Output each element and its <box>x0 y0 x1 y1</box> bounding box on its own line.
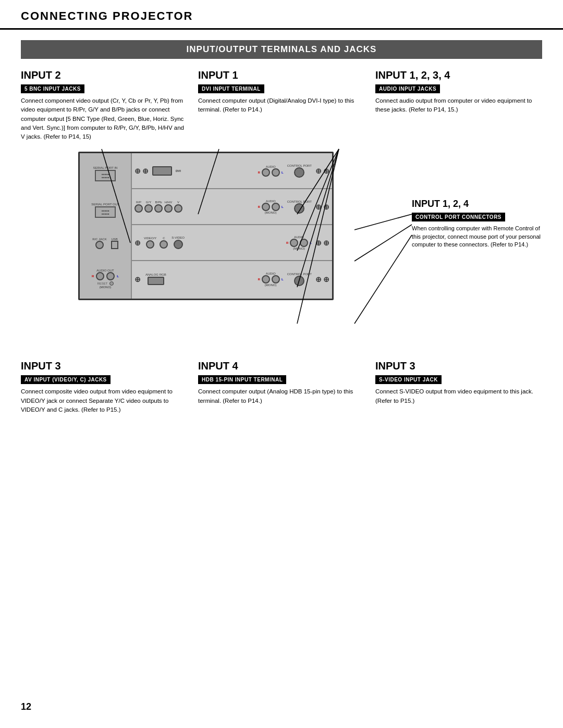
mono-label-left: (MONO) <box>100 286 112 289</box>
top-columns: INPUT 2 5 BNC INPUT JACKS Connect compon… <box>21 69 542 141</box>
input1234-heading: INPUT 1, 2, 3, 4 <box>375 69 542 81</box>
input3-bottom-right-tag: S-VIDEO INPUT JACK <box>375 375 442 384</box>
bottom-columns: INPUT 3 AV INPUT (VIDEO/Y, C) JACKS Conn… <box>21 360 542 414</box>
input1-ctrl-port <box>294 167 304 178</box>
input3-bottom-left-column: INPUT 3 AV INPUT (VIDEO/Y, C) JACKS Conn… <box>21 360 188 414</box>
serial-port-in-conn: ●●●●●●●●●● <box>95 170 116 181</box>
input2-audio-r <box>262 203 270 211</box>
input1-tag: DVI INPUT TERMINAL <box>198 84 264 93</box>
page-number: 12 <box>21 701 31 712</box>
main-content: INPUT/OUTPUT TERMINALS AND JACKS INPUT 2… <box>0 30 563 425</box>
input1-audio-l <box>272 168 280 177</box>
input1-side-label: INPUT 1 <box>333 153 334 188</box>
input3-svideo <box>174 240 183 249</box>
input2-column: INPUT 2 5 BNC INPUT JACKS Connect compon… <box>21 69 188 141</box>
input4-audio-r <box>262 275 270 283</box>
diagram-wrapper: SERIAL PORT IN ●●●●●●●●●● SERIAL PORT OU… <box>21 146 542 344</box>
input2-tag: 5 BNC INPUT JACKS <box>21 84 84 93</box>
input1-column: INPUT 1 DVI INPUT TERMINAL Connect compu… <box>198 69 365 141</box>
panel-main: ⊕ ⊕ DVI AUDIO R L <box>132 153 332 300</box>
bnc-hhv <box>164 204 173 213</box>
panel-left-strip: SERIAL PORT IN ●●●●●●●●●● SERIAL PORT OU… <box>80 153 132 300</box>
section-title: INPUT/OUTPUT TERMINALS AND JACKS <box>21 40 542 59</box>
svg-line-6 <box>354 214 412 230</box>
input1-heading: INPUT 1 <box>198 69 365 81</box>
input3-audio-r <box>290 239 298 247</box>
input3-side-label: INPUT 3 <box>333 225 334 260</box>
usb-conn <box>111 241 118 249</box>
input3-bottom-right-description: Connect S-VIDEO output from video equipm… <box>375 387 542 405</box>
input3-c <box>160 240 168 249</box>
input1-description: Connect computer output (Digital/Analog … <box>198 96 365 115</box>
reset-button <box>109 281 114 286</box>
input4-bottom-heading: INPUT 4 <box>198 360 365 372</box>
page-title: CONNECTING PROJECTOR <box>21 9 542 28</box>
input124-tag: CONTROL PORT CONNECTORS <box>412 213 505 221</box>
serial-port-out-label: SERIAL PORT OUT <box>91 203 119 206</box>
dvi-terminal <box>152 166 172 176</box>
panel-row-input2: R/P G/Y B/Pb H/HV <box>132 189 332 225</box>
audio-out-r <box>96 272 104 280</box>
panel-row-input4: ⊕ ANALOG RGB AUDIO R L <box>132 261 332 297</box>
input4-bottom-description: Connect computer output (Analog HDB 15-p… <box>198 387 365 405</box>
serial-port-in-label: SERIAL PORT IN <box>93 166 118 169</box>
input2-side-label: INPUT 2 <box>333 189 334 224</box>
page: CONNECTING PROJECTOR INPUT/OUTPUT TERMIN… <box>0 0 563 728</box>
input3-bottom-right-heading: INPUT 3 <box>375 360 542 372</box>
input4-vga <box>148 277 164 285</box>
input4-side-label: INPUT 4 <box>333 261 334 297</box>
input4-ctrl-port <box>294 276 304 286</box>
bnc-rp <box>134 204 143 213</box>
serial-port-out-conn: ●●●●●●●●●● <box>95 206 116 218</box>
input2-audio-l <box>272 203 280 211</box>
input1234-tag: AUDIO INPUT JACKS <box>375 84 440 93</box>
panel-row-input1: ⊕ ⊕ DVI AUDIO R L <box>132 153 332 189</box>
panel-diagram: SERIAL PORT IN ●●●●●●●●●● SERIAL PORT OU… <box>78 152 334 300</box>
input124-heading: INPUT 1, 2, 4 <box>412 199 542 209</box>
input4-bottom-column: INPUT 4 HDB 15-PIN INPUT TERMINAL Connec… <box>198 360 365 414</box>
rc-jack-label: R/C JACK <box>92 238 106 241</box>
svg-line-8 <box>354 235 412 324</box>
bnc-group: R/P G/Y B/Pb H/HV <box>134 201 182 213</box>
bnc-bpb <box>154 204 163 213</box>
input1-audio-r <box>262 168 270 177</box>
audio-out-l <box>106 272 115 280</box>
input1234-column: INPUT 1, 2, 3, 4 AUDIO INPUT JACKS Conne… <box>375 69 542 141</box>
input2-ctrl-port <box>294 203 304 214</box>
input3-bottom-right-column: INPUT 3 S-VIDEO INPUT JACK Connect S-VID… <box>375 360 542 414</box>
page-header: CONNECTING PROJECTOR <box>0 0 563 30</box>
input3-bottom-left-description: Connect composite video output from vide… <box>21 387 188 414</box>
input3-bottom-left-tag: AV INPUT (VIDEO/Y, C) JACKS <box>21 375 111 384</box>
input4-bottom-tag: HDB 15-PIN INPUT TERMINAL <box>198 375 286 384</box>
input3-video-y <box>146 240 154 249</box>
svg-line-7 <box>354 225 412 261</box>
bnc-v <box>174 204 182 213</box>
bnc-gy <box>144 204 153 213</box>
input3-audio-l <box>300 239 308 247</box>
input4-audio-l <box>272 275 280 283</box>
input2-description: Connect component video output (Cr, Y, C… <box>21 96 188 141</box>
rc-jack-conn <box>95 241 104 249</box>
input2-heading: INPUT 2 <box>21 69 188 81</box>
input124-description: When controlling computer with Remote Co… <box>412 225 542 249</box>
input124-right-block: INPUT 1, 2, 4 CONTROL PORT CONNECTORS Wh… <box>412 199 542 249</box>
panel-row-input3: ⊕ VIDEO/Y C S-VIDEO AUDIO <box>132 225 332 261</box>
input1234-description: Connect audio output from computer or vi… <box>375 96 542 115</box>
input3-bottom-left-heading: INPUT 3 <box>21 360 188 372</box>
